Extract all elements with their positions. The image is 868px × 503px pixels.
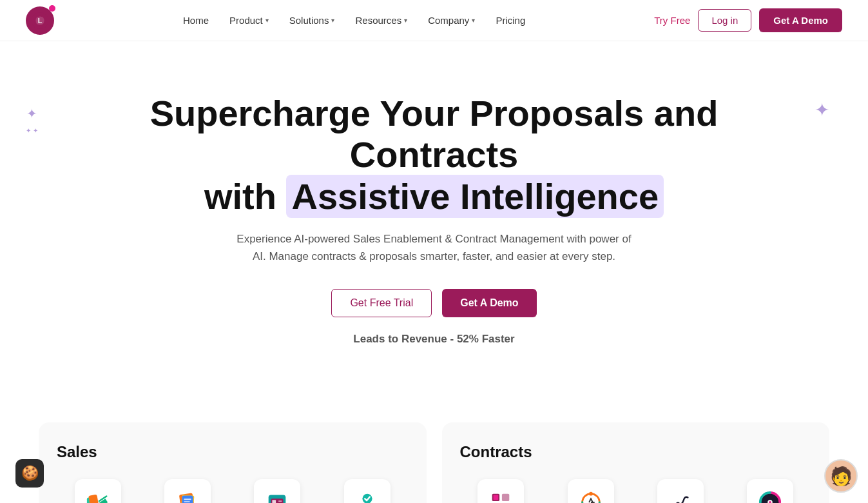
svg-rect-12 <box>273 500 276 503</box>
chevron-down-icon: ▾ <box>265 17 269 24</box>
pricing-icon-box <box>254 479 300 503</box>
cookie-button[interactable]: 🍪 <box>15 459 44 488</box>
svg-point-15 <box>362 493 372 503</box>
list-item[interactable]: ApprovalWorkflows <box>326 479 408 503</box>
nav-home[interactable]: Home <box>183 15 209 26</box>
list-item[interactable]: ContractTracking <box>729 479 811 503</box>
svg-rect-3 <box>88 494 99 503</box>
list-item[interactable]: Workflows <box>550 479 632 503</box>
svg-rect-13 <box>278 500 282 502</box>
hero-section: ✦✦ ✦ ✦ Supercharge Your Proposals and Co… <box>0 41 868 397</box>
contracts-card: Contracts Drafting <box>442 422 830 503</box>
try-free-button[interactable]: Try Free <box>654 15 690 26</box>
sparkle-icon: ✦✦ ✦ <box>26 106 38 136</box>
list-item[interactable]: Leads &Opportunities <box>57 479 139 503</box>
contracts-title: Contracts <box>460 443 812 461</box>
nav-solutions[interactable]: Solutions ▾ <box>289 15 335 26</box>
nav-resources[interactable]: Resources ▾ <box>355 15 407 26</box>
svg-text:L: L <box>38 17 43 25</box>
get-demo-hero-button[interactable]: Get A Demo <box>442 289 536 317</box>
logo[interactable]: L <box>26 6 54 35</box>
list-item[interactable]: e-Signature <box>639 479 721 503</box>
list-item[interactable]: Proposals &Quotations <box>146 479 228 503</box>
nav-actions: Try Free Log in Get A Demo <box>654 8 842 32</box>
nav-product[interactable]: Product ▾ <box>229 15 269 26</box>
contracts-items: Drafting Workflows <box>460 479 812 503</box>
chat-avatar-button[interactable]: 🧑 <box>824 459 858 493</box>
hero-buttons: Get Free Trial Get A Demo <box>13 289 855 317</box>
nav-company[interactable]: Company ▾ <box>428 15 475 26</box>
list-item[interactable]: Drafting <box>460 479 542 503</box>
proposals-icon-box <box>164 479 211 503</box>
svg-point-27 <box>589 492 593 496</box>
esignature-icon-box <box>657 479 704 503</box>
get-free-trial-button[interactable]: Get Free Trial <box>331 289 432 317</box>
svg-rect-20 <box>502 493 509 500</box>
workflows-icon-box <box>568 479 614 503</box>
approval-icon-box <box>344 479 391 503</box>
sales-title: Sales <box>57 443 409 461</box>
get-demo-nav-button[interactable]: Get A Demo <box>759 8 842 32</box>
login-button[interactable]: Log in <box>698 9 751 32</box>
tracking-icon-box <box>747 479 793 503</box>
sparkle-icon: ✦ <box>815 99 829 121</box>
avatar-icon: 🧑 <box>830 466 853 487</box>
chevron-down-icon: ▾ <box>472 17 475 24</box>
logo-icon: L <box>26 6 54 35</box>
nav-pricing[interactable]: Pricing <box>496 15 525 26</box>
drafting-icon-box <box>477 479 524 503</box>
features-section: Sales Leads &Opportunities <box>0 397 868 503</box>
hero-tagline: Leads to Revenue - 52% Faster <box>235 330 634 348</box>
svg-rect-7 <box>184 498 191 500</box>
hero-highlight: Assistive Intelligence <box>286 175 664 218</box>
svg-rect-8 <box>184 501 190 502</box>
leads-icon-box <box>75 479 121 503</box>
list-item[interactable]: Pricing &Discounts <box>236 479 318 503</box>
sales-items: Leads &Opportunities Proposals &Quotatio… <box>57 479 409 503</box>
cookie-icon: 🍪 <box>21 465 39 482</box>
nav-items: Home Product ▾ Solutions ▾ Resources ▾ C… <box>183 15 525 26</box>
navbar: L Home Product ▾ Solutions ▾ Resources ▾… <box>0 0 868 41</box>
sales-card: Sales Leads &Opportunities <box>39 422 427 503</box>
svg-rect-23 <box>494 495 499 500</box>
chevron-down-icon: ▾ <box>404 17 407 24</box>
chevron-down-icon: ▾ <box>331 17 334 24</box>
hero-description: Experience AI-powered Sales Enablement &… <box>235 230 634 265</box>
hero-headline: Supercharge Your Proposals and Contracts… <box>144 93 724 217</box>
